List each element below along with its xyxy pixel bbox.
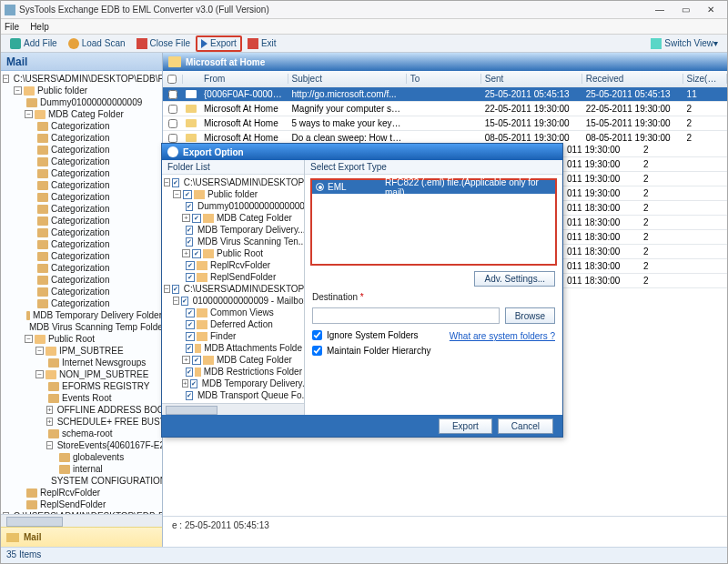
envelope-icon	[6, 533, 19, 542]
table-row[interactable]: 011 18:30:002	[563, 274, 727, 288]
table-row[interactable]: 011 19:30:002	[563, 157, 727, 172]
tree-item[interactable]: EFORMS REGISTRY	[1, 380, 162, 392]
table-row[interactable]: 011 18:30:002	[563, 230, 727, 245]
dialog-export-button[interactable]: Export	[439, 418, 492, 434]
tree-root-1[interactable]: −C:\USERS\ADMIN\DESKTOP\EDB\PUB11...	[1, 73, 162, 85]
tree-item[interactable]: +OFFLINE ADDRESS BOOK	[1, 404, 162, 416]
tree-item[interactable]: −MDB Categ Folder	[1, 108, 162, 120]
tree-item[interactable]: Categorization	[1, 227, 162, 238]
app-icon	[5, 5, 15, 15]
close-button[interactable]: ✕	[698, 3, 723, 17]
tree-item[interactable]: Categorization	[1, 144, 162, 156]
maintain-hierarchy-checkbox[interactable]	[312, 346, 322, 356]
left-nav: Mail −C:\USERS\ADMIN\DESKTOP\EDB\PUB11..…	[1, 53, 163, 547]
row-checkbox[interactable]	[168, 134, 177, 143]
dialog-folder-tree[interactable]: −✔C:\USERS\ADMIN\DESKTOP\ED... −✔Public …	[162, 175, 304, 403]
tree-item[interactable]: −Public folder	[1, 85, 162, 96]
table-row[interactable]: {0006F0AF-0000-0000-C00...http://go.micr…	[163, 87, 727, 102]
nav-header: Mail	[1, 53, 162, 71]
exit-icon	[248, 38, 258, 49]
tree-item[interactable]: Dummy01000000000009	[1, 96, 162, 108]
dialog-button-bar: Export Cancel	[162, 415, 562, 437]
dialog-tree-scrollbar[interactable]	[162, 403, 304, 415]
ignore-system-checkbox[interactable]	[312, 330, 322, 340]
list-header-bar: Microsoft at Home	[163, 53, 727, 71]
system-folders-link[interactable]: What are system folders ?	[450, 331, 555, 341]
destination-input[interactable]	[312, 307, 500, 324]
tree-item[interactable]: SYSTEM CONFIGURATION	[1, 475, 162, 487]
tree-item[interactable]: Categorization	[1, 191, 162, 203]
dialog-titlebar[interactable]: Export Option	[162, 144, 562, 160]
row-checkbox[interactable]	[168, 119, 177, 128]
tree-item[interactable]: ReplSendFolder	[1, 499, 162, 510]
row-checkbox[interactable]	[168, 90, 177, 99]
menu-help[interactable]: Help	[30, 22, 49, 32]
tree-item[interactable]: Categorization	[1, 274, 162, 286]
nav-scrollbar-horizontal[interactable]	[1, 514, 162, 527]
tree-item[interactable]: Internet Newsgroups	[1, 357, 162, 368]
switch-view-button[interactable]: Switch View ▾	[645, 35, 723, 52]
dialog-right-panel: Select Export Type EML RFC822 (.eml) fil…	[305, 160, 562, 415]
tree-item[interactable]: globalevents	[1, 451, 162, 463]
table-row[interactable]: 011 18:30:002	[563, 201, 727, 216]
table-row[interactable]: Microsoft At Home5 ways to make your key…	[163, 116, 727, 131]
close-file-button[interactable]: Close File	[131, 35, 196, 52]
export-dialog: Export Option Folder List −✔C:\USERS\ADM…	[161, 143, 563, 438]
tree-item[interactable]: Categorization	[1, 120, 162, 132]
tree-item[interactable]: MDB Virus Scanning Temp Folder	[1, 321, 162, 333]
minimize-button[interactable]: —	[647, 3, 672, 17]
tree-item[interactable]: Categorization	[1, 215, 162, 227]
table-row[interactable]: 011 18:30:002	[563, 245, 727, 259]
tree-item[interactable]: −IPM_SUBTREE	[1, 345, 162, 357]
browse-button[interactable]: Browse	[505, 307, 555, 324]
header-checkbox[interactable]	[167, 75, 177, 84]
col-from[interactable]: From	[200, 74, 288, 84]
col-subject[interactable]: Subject	[288, 74, 407, 84]
tree-item[interactable]: −NON_IPM_SUBTREE	[1, 368, 162, 380]
tree-item[interactable]: −StoreEvents{4060167F-E24...	[1, 439, 162, 451]
tree-item[interactable]: Categorization	[1, 156, 162, 167]
tree-item[interactable]: +SCHEDULE+ FREE BUSY	[1, 416, 162, 428]
tree-item[interactable]: schema-root	[1, 428, 162, 439]
tree-item[interactable]: Categorization	[1, 297, 162, 309]
export-button[interactable]: Export	[196, 35, 242, 52]
dialog-cancel-button[interactable]: Cancel	[498, 418, 553, 434]
col-to[interactable]: To	[407, 74, 481, 84]
col-received[interactable]: Received	[582, 74, 683, 84]
close-icon	[136, 38, 147, 49]
table-row[interactable]: 011 19:30:002	[563, 143, 727, 157]
tree-item[interactable]: Events Root	[1, 392, 162, 404]
tree-item[interactable]: Categorization	[1, 179, 162, 191]
tree-item[interactable]: Categorization	[1, 238, 162, 250]
tree-item[interactable]: Categorization	[1, 250, 162, 262]
table-row[interactable]: Microsoft At HomeMagnify your computer s…	[163, 102, 727, 116]
load-scan-button[interactable]: Load Scan	[63, 35, 131, 52]
tree-item[interactable]: Categorization	[1, 286, 162, 297]
row-checkbox[interactable]	[168, 105, 177, 114]
tree-item[interactable]: Categorization	[1, 167, 162, 179]
toolbar: Add File Load Scan Close File Export Exi…	[1, 35, 727, 53]
tree-item[interactable]: Categorization	[1, 203, 162, 215]
export-type-eml[interactable]: EML RFC822 (.eml) file.(Applicable only …	[312, 180, 555, 194]
col-sent[interactable]: Sent	[481, 74, 582, 84]
exit-button[interactable]: Exit	[242, 35, 282, 52]
table-row[interactable]: 011 18:30:002	[563, 216, 727, 230]
menu-file[interactable]: File	[5, 22, 19, 32]
tree-item[interactable]: ReplRcvFolder	[1, 487, 162, 499]
export-type-list[interactable]: EML RFC822 (.eml) file.(Applicable only …	[310, 178, 557, 266]
tree-item[interactable]: MDB Temporary Delivery Folder	[1, 309, 162, 321]
tree-item[interactable]: Categorization	[1, 132, 162, 144]
table-row[interactable]: 011 19:30:002	[563, 172, 727, 186]
add-file-button[interactable]: Add File	[5, 35, 63, 52]
table-row[interactable]: 011 19:30:002	[563, 186, 727, 201]
maximize-button[interactable]: ▭	[672, 3, 698, 17]
tree-item[interactable]: −Public Root	[1, 333, 162, 345]
adv-settings-button[interactable]: Adv. Settings...	[474, 271, 555, 287]
mail-tab[interactable]: Mail	[1, 527, 162, 547]
col-size[interactable]: Size(KB)	[683, 74, 727, 84]
tree-item[interactable]: internal	[1, 463, 162, 475]
table-row[interactable]: 011 18:30:002	[563, 259, 727, 274]
list-title: Microsoft at Home	[186, 57, 265, 67]
folder-tree[interactable]: −C:\USERS\ADMIN\DESKTOP\EDB\PUB11... −Pu…	[1, 71, 162, 514]
tree-item[interactable]: Categorization	[1, 262, 162, 274]
